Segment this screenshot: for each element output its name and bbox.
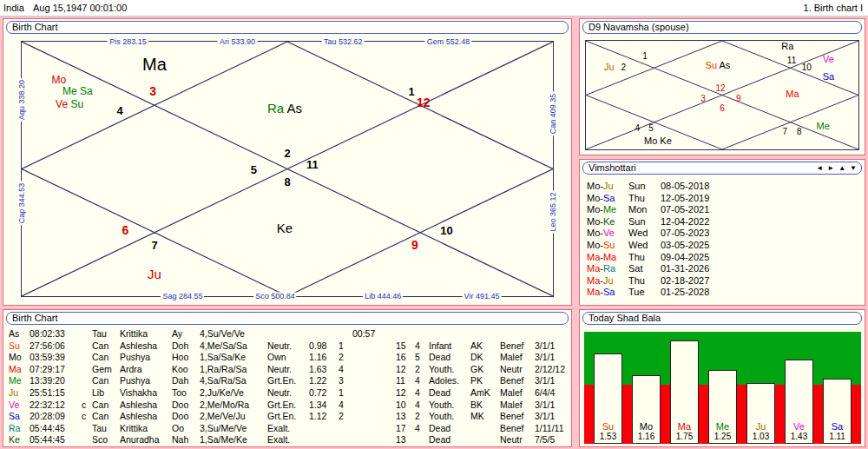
shadbala-plot: Su1.53Mo1.16Ma1.75Me1.25Ju1.03Ve1.43Sa1.… <box>584 332 861 444</box>
planet-details-table: As08:02:33TauKrittikaAy4,Su/Ve/Ve00:57Su… <box>9 328 569 446</box>
sign-strength-label: Leo 365.12 <box>549 190 557 233</box>
dasha-weekday: Wed <box>628 240 661 252</box>
dasha-start-date: 07-05-2021 <box>661 204 709 216</box>
dasha-weekday: Thu <box>628 193 661 205</box>
dasha-sub-lord: Su <box>603 240 615 250</box>
dasha-period-row[interactable]: Mo-SuWed03-05-2025 <box>587 240 861 252</box>
sign-num-3: 3 <box>700 95 706 103</box>
shadbala-panel-title[interactable]: Today Shad Bala <box>582 312 862 325</box>
dasha-period-row[interactable]: Mo-JuSun08-05-2018 <box>587 181 861 193</box>
detail-cell: 3/1/1 <box>535 340 569 353</box>
planet-details-panel-title[interactable]: Birth Chart <box>6 312 569 325</box>
detail-cell: 12 <box>396 364 415 376</box>
dasha-major-lord: Mo <box>587 193 600 203</box>
dasha-period-row[interactable]: Mo-KeSun12-04-2022 <box>587 216 861 228</box>
planet-ve-su: Ve Su <box>56 99 83 109</box>
dasha-period-row[interactable]: Mo-SaThu12-05-2019 <box>587 193 861 205</box>
detail-cell: 4 <box>415 387 429 399</box>
detail-cell: 1.22 <box>309 375 339 387</box>
dasha-weekday: Sun <box>628 181 661 193</box>
shadbala-bar: Ma1.75 <box>670 340 699 444</box>
dasha-sub-lord: Ve <box>603 228 615 238</box>
detail-cell: 3/1/1 <box>535 411 569 423</box>
sign-num-6: 6 <box>122 224 128 236</box>
dasha-lords: Ma-Ma <box>587 252 628 264</box>
planet-abbr: Su <box>595 421 621 432</box>
detail-cell: Pushya <box>120 375 172 387</box>
detail-cell: Can <box>92 399 120 412</box>
dasha-sub-lord: Ke <box>603 216 615 227</box>
dasha-weekday: Wed <box>628 228 661 240</box>
detail-cell: Neutr <box>500 364 535 376</box>
detail-cell: 2/12/12 <box>535 364 569 376</box>
detail-cell <box>82 375 92 387</box>
detail-cell: 22:32:12 <box>30 399 82 412</box>
detail-cell: 1 <box>339 387 352 399</box>
detail-cell <box>352 423 396 435</box>
detail-cell: 11 <box>396 375 415 387</box>
detail-cell: Dead <box>429 434 470 446</box>
planet-detail-row: Mo03:59:39CanPushyaHoo1,Sa/Sa/KeOwn1.162… <box>9 352 569 364</box>
planet-abbr: Ra <box>9 423 30 435</box>
shadbala-value: 1.11 <box>824 432 851 441</box>
vimshottari-panel-title[interactable]: Vimshottari ◄►▲▼ <box>582 162 862 175</box>
shadbala-bar: Su1.53 <box>594 353 622 444</box>
dasha-period-row[interactable]: Ma-RaSat01-31-2026 <box>587 263 861 275</box>
sign-num-9: 9 <box>411 239 418 251</box>
rasi-chart[interactable]: Ma34MoMe SaVe SuRa As11225118Ke67Ju910 P… <box>21 41 554 297</box>
dasha-forward-button[interactable]: ► <box>827 165 834 172</box>
dasha-up-button[interactable]: ▲ <box>838 165 845 172</box>
sign-num-8: 8 <box>284 176 290 188</box>
planet-ju: Ju <box>148 267 161 280</box>
planet-ma: Ma <box>142 56 167 73</box>
location-label: India <box>3 0 24 16</box>
planet-detail-row: Sa20:28:09cCanAshleshaDoo2,Me/Ve/JuGrt.E… <box>9 411 569 423</box>
detail-cell <box>352 375 396 387</box>
dasha-major-lord: Mo <box>587 181 600 191</box>
sign-num-10: 10 <box>440 224 452 235</box>
detail-cell: Grt.En. <box>267 399 309 412</box>
dasha-major-lord: Ma <box>587 287 600 297</box>
shadbala-bar: Sa1.11 <box>823 379 852 444</box>
planet-abbr: Ve <box>786 421 812 432</box>
detail-cell: Hoo <box>172 352 200 364</box>
panel-title-text: Birth Chart <box>12 22 58 32</box>
detail-cell <box>352 387 396 399</box>
shadbala-bar-label: Su1.53 <box>595 421 621 441</box>
sign-strength-label: Vir 491.45 <box>463 293 502 300</box>
birth-chart-panel-title[interactable]: Birth Chart <box>6 21 569 34</box>
dasha-major-lord: Ma <box>587 275 600 286</box>
detail-cell: Can <box>92 340 120 353</box>
dasha-lords: Mo-Ke <box>587 216 628 228</box>
d9-chart[interactable]: Ju21Su AsRa1110VeSa12396Ma45Mo Ke78Me <box>585 40 859 150</box>
detail-cell: 0.72 <box>309 387 339 399</box>
dasha-period-row[interactable]: Mo-VeWed07-05-2023 <box>587 228 861 240</box>
detail-cell: Malef <box>500 352 535 364</box>
detail-cell: 4 <box>415 340 429 353</box>
dasha-period-row[interactable]: Mo-MeMon07-05-2021 <box>587 204 861 216</box>
detail-cell: 2,Me/Ve/Ju <box>200 411 267 423</box>
detail-cell <box>470 328 500 340</box>
detail-cell: 3/1/1 <box>535 375 569 387</box>
detail-cell: 2 <box>415 364 429 376</box>
dasha-period-row[interactable]: Ma-SaTue01-25-2028 <box>587 287 861 299</box>
planet-detail-row: Me13:39:20CanPushyaDah4,Sa/Ra/SaGrt.En.1… <box>9 375 569 387</box>
dasha-down-button[interactable]: ▼ <box>850 165 857 172</box>
detail-cell: 20:28:09 <box>30 411 82 423</box>
shadbala-bar: Ve1.43 <box>785 360 813 444</box>
dasha-period-row[interactable]: Ma-JuThu02-18-2027 <box>587 275 861 287</box>
chart-text-segment: 10 <box>802 63 812 72</box>
detail-cell: 5 <box>415 352 429 364</box>
detail-cell: Dead <box>429 387 470 399</box>
detail-cell: Adoles. <box>429 375 470 387</box>
chart-text-segment: 6 <box>720 103 725 113</box>
dasha-back-button[interactable]: ◄ <box>816 165 823 172</box>
sign-strength-label: Sag 284.55 <box>161 293 204 300</box>
detail-cell: Anuradha <box>120 434 172 446</box>
detail-cell: Benef <box>500 423 535 435</box>
dasha-period-row[interactable]: Ma-MaThu09-04-2025 <box>587 252 861 264</box>
d9-panel-title[interactable]: D9 Navamsha (spouse) <box>582 21 862 34</box>
planet-abbr: Ma <box>671 421 698 432</box>
detail-cell: Youth. <box>429 411 470 423</box>
detail-cell: Malef <box>500 387 535 399</box>
